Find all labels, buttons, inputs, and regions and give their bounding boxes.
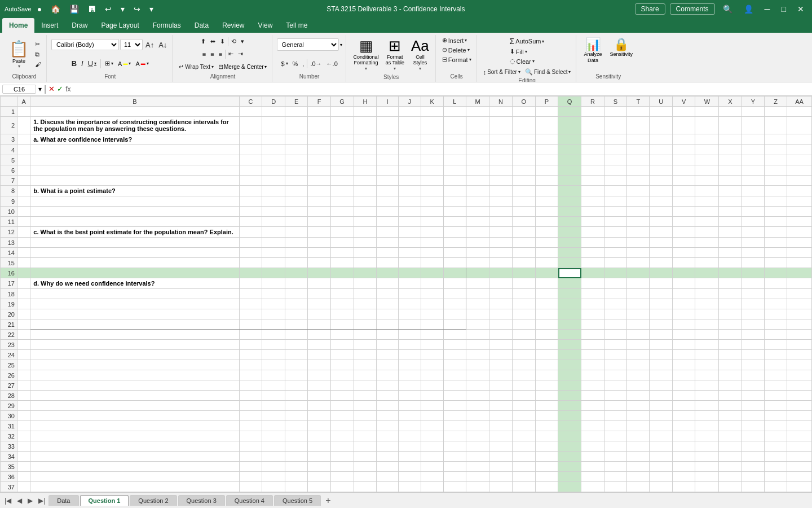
cell-13-25[interactable] [742,238,764,248]
cell-17-17[interactable] [558,278,581,289]
cell-27-7[interactable] [330,380,354,391]
cell-3-24[interactable] [719,134,742,145]
cell-6-21[interactable] [650,165,673,176]
bold-button[interactable]: B [70,59,78,68]
tab-home[interactable]: Home [2,18,34,33]
row-header-13[interactable]: 13 [1,238,17,248]
cell-9-2[interactable] [30,196,239,207]
cell-15-10[interactable] [398,258,421,268]
cell-18-20[interactable] [627,289,650,299]
cell-20-8[interactable] [354,309,377,319]
cell-33-16[interactable] [535,441,558,452]
cell-26-20[interactable] [627,370,650,380]
cell-14-14[interactable] [489,248,513,258]
cell-35-4[interactable] [262,462,285,472]
cell-26-27[interactable] [787,370,812,380]
cell-29-24[interactable] [719,401,742,411]
tab-review[interactable]: Review [215,18,251,33]
cell-22-18[interactable] [581,330,604,340]
cell-30-25[interactable] [742,411,764,421]
cell-16-25[interactable] [742,268,764,278]
cell-25-18[interactable] [581,360,604,370]
cell-38-22[interactable] [673,492,695,493]
cell-14-1[interactable] [17,248,30,258]
cell-23-9[interactable] [377,340,399,350]
cell-30-4[interactable] [262,411,285,421]
format-as-table-button[interactable]: ⊞ Formatas Table ▾ [383,36,407,73]
cell-16-4[interactable] [262,268,285,278]
formula-input[interactable] [73,85,810,93]
cell-15-5[interactable] [285,258,308,268]
cell-30-22[interactable] [673,411,695,421]
cell-17-3[interactable] [239,278,262,289]
col-header-i[interactable]: I [377,97,399,107]
cell-12-16[interactable] [535,227,558,238]
cell-25-14[interactable] [489,360,513,370]
cell-28-23[interactable] [695,391,719,401]
cell-3-12[interactable] [443,134,466,145]
cell-15-27[interactable] [787,258,812,268]
cell-25-1[interactable] [17,360,30,370]
col-header-f[interactable]: F [308,97,330,107]
cell-10-16[interactable] [535,207,558,217]
cell-12-4[interactable] [262,227,285,238]
cell-17-12[interactable] [443,278,466,289]
cell-8-7[interactable] [330,186,354,196]
cell-8-5[interactable] [285,186,308,196]
cell-25-24[interactable] [719,360,742,370]
cancel-formula-button[interactable]: ✕ [48,85,55,93]
row-header-8[interactable]: 8 [1,186,17,196]
cell-11-7[interactable] [330,217,354,227]
cell-14-18[interactable] [581,248,604,258]
row-header-35[interactable]: 35 [1,462,17,472]
cell-10-19[interactable] [604,207,626,217]
cell-15-9[interactable] [377,258,399,268]
cell-37-8[interactable] [354,482,377,492]
cell-22-21[interactable] [650,330,673,340]
cell-16-11[interactable] [421,268,443,278]
tab-next-button[interactable]: ▶ [25,496,35,506]
cell-24-3[interactable] [239,350,262,360]
cell-11-12[interactable] [443,217,466,227]
cell-35-7[interactable] [330,462,354,472]
cell-3-5[interactable] [285,134,308,145]
cell-23-22[interactable] [673,340,695,350]
cell-18-3[interactable] [239,289,262,299]
cell-24-8[interactable] [354,350,377,360]
cell-35-27[interactable] [787,462,812,472]
cell-37-9[interactable] [377,482,399,492]
cell-24-1[interactable] [17,350,30,360]
cell-9-3[interactable] [239,196,262,207]
cell-15-26[interactable] [765,258,787,268]
cell-13-26[interactable] [765,238,787,248]
cell-10-26[interactable] [765,207,787,217]
clear-button[interactable]: ◌ Clear ▾ [508,57,546,65]
cell-28-13[interactable] [466,391,489,401]
cell-28-12[interactable] [443,391,466,401]
comments-button[interactable]: Comments [670,3,715,15]
cell-19-9[interactable] [377,299,399,309]
cell-25-8[interactable] [354,360,377,370]
cell-23-13[interactable] [466,340,489,350]
cell-4-16[interactable] [535,145,558,155]
cell-13-1[interactable] [17,238,30,248]
cell-12-26[interactable] [765,227,787,238]
cell-6-5[interactable] [285,165,308,176]
cell-28-6[interactable] [308,391,330,401]
home-icon[interactable]: 🏠 [47,3,64,15]
cell-25-10[interactable] [398,360,421,370]
cell-30-24[interactable] [719,411,742,421]
cell-38-14[interactable] [489,492,513,493]
cell-22-13[interactable] [466,330,489,340]
sheet-tab-question2[interactable]: Question 2 [130,495,176,506]
cell-6-19[interactable] [604,165,626,176]
cell-36-13[interactable] [466,472,489,482]
cell-28-9[interactable] [377,391,399,401]
col-header-b[interactable]: B [30,97,239,107]
cell-7-24[interactable] [719,176,742,186]
cell-32-20[interactable] [627,431,650,441]
cell-26-11[interactable] [421,370,443,380]
cell-24-6[interactable] [308,350,330,360]
cell-15-8[interactable] [354,258,377,268]
cell-33-2[interactable] [30,441,239,452]
